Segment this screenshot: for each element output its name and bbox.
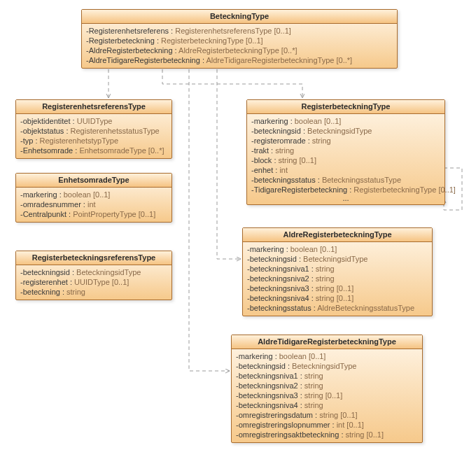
class-RegisterbeteckningType: RegisterbeteckningType -markering : bool… bbox=[246, 99, 445, 205]
class-attr: -beteckningsniva2 : string bbox=[236, 381, 418, 391]
class-attr: -registerenhet : UUIDType [0..1] bbox=[20, 277, 167, 287]
class-RegisterbeteckningsreferensType: RegisterbeteckningsreferensType -beteckn… bbox=[15, 251, 172, 300]
class-body: -Registerenhetsreferens : Registerenhets… bbox=[82, 24, 397, 68]
class-attr: -omregistreringslopnummer : int [0..1] bbox=[236, 420, 418, 430]
class-title: RegisterbeteckningType bbox=[247, 100, 444, 114]
class-attr: -markering : boolean [0..1] bbox=[251, 116, 440, 126]
class-attr: -block : string [0..1] bbox=[251, 155, 440, 165]
class-attr: -enhet : int bbox=[251, 165, 440, 175]
class-attr: -typ : RegisterenhetstypType bbox=[20, 136, 167, 146]
class-attr: -Registerenhetsreferens : Registerenhets… bbox=[86, 26, 393, 36]
class-title: RegisterbeteckningsreferensType bbox=[16, 251, 172, 265]
class-attr: -beteckningsniva3 : string [0..1] bbox=[236, 391, 418, 400]
class-attr: -Registerbeteckning : Registerbeteckning… bbox=[86, 36, 393, 45]
class-attr: -beteckningsid : BeteckningsidType bbox=[236, 361, 418, 371]
class-attr: -Enhetsomrade : EnhetsomradeType [0..*] bbox=[20, 146, 167, 155]
class-attr: -beteckningsniva3 : string [0..1] bbox=[247, 283, 428, 293]
class-attr: -objektidentitet : UUIDType bbox=[20, 116, 167, 126]
class-title: RegisterenhetsreferensType bbox=[16, 100, 172, 114]
class-attr: -AldreTidigareRegisterbeteckning : Aldre… bbox=[86, 55, 393, 65]
class-body: -objektidentitet : UUIDType -objektstatu… bbox=[16, 114, 172, 158]
class-attr: -TidigareRegisterbeteckning : Registerbe… bbox=[251, 185, 440, 195]
class-body: -beteckningsid : BeteckningsidType -regi… bbox=[16, 265, 172, 300]
class-attr: -omregistreringsaktbeteckning : string [… bbox=[236, 430, 418, 440]
class-attr: -markering : boolean [0..1] bbox=[20, 190, 167, 199]
class-AldreTidigareRegisterbeteckningType: AldreTidigareRegisterbeteckningType -mar… bbox=[231, 335, 423, 443]
class-AldreRegisterbeteckningType: AldreRegisterbeteckningType -markering :… bbox=[242, 227, 433, 316]
class-attr: -markering : boolean [0..1] bbox=[236, 351, 418, 361]
class-attr: -beteckningsniva4 : string bbox=[236, 400, 418, 410]
class-body: -markering : boolean [0..1] -betecknings… bbox=[232, 349, 422, 442]
class-attr: -beteckningsid : BeteckningsidType bbox=[20, 267, 167, 277]
class-attr: -beteckningsstatus : BeteckningsstatusTy… bbox=[251, 175, 440, 185]
class-RegisterenhetsreferensType: RegisterenhetsreferensType -objektidenti… bbox=[15, 99, 172, 159]
class-attr: -beteckningsstatus : AldreBeteckningssta… bbox=[247, 303, 428, 313]
class-attr: -objektstatus : RegisterenhetsstatusType bbox=[20, 126, 167, 136]
class-attr: -beteckningsid : BeteckningsidType bbox=[251, 126, 440, 136]
class-attr: -omregistreringsdatum : string [0..1] bbox=[236, 410, 418, 420]
class-attr: -beteckningsniva4 : string [0..1] bbox=[247, 293, 428, 303]
class-title: BeteckningType bbox=[82, 10, 397, 24]
class-attr: -beteckningsniva2 : string bbox=[247, 274, 428, 283]
class-EnhetsomradeType: EnhetsomradeType -markering : boolean [0… bbox=[15, 173, 172, 223]
class-title: AldreTidigareRegisterbeteckningType bbox=[232, 335, 422, 349]
class-body: -markering : boolean [0..1] -betecknings… bbox=[243, 242, 432, 316]
class-attr: -beteckningsniva1 : string bbox=[236, 371, 418, 381]
class-attr: -AldreRegisterbeteckning : AldreRegister… bbox=[86, 45, 393, 55]
class-attr: -Centralpunkt : PointPropertyType [0..1] bbox=[20, 209, 167, 219]
class-attr: -markering : boolean [0..1] bbox=[247, 244, 428, 254]
class-title: AldreRegisterbeteckningType bbox=[243, 228, 432, 242]
class-attr: -registeromrade : string bbox=[251, 136, 440, 146]
class-attr: -beteckningsid : BeteckningsidType bbox=[247, 254, 428, 264]
class-BeteckningType: BeteckningType -Registerenhetsreferens :… bbox=[81, 9, 398, 69]
class-attr: -beteckning : string bbox=[20, 287, 167, 297]
class-body: -markering : boolean [0..1] -omradesnumm… bbox=[16, 188, 172, 222]
class-attr: -trakt : string bbox=[251, 146, 440, 155]
class-body: -markering : boolean [0..1] -betecknings… bbox=[247, 114, 444, 204]
class-attr: -beteckningsniva1 : string bbox=[247, 264, 428, 274]
class-attrs-ellipsis: ... bbox=[251, 195, 440, 202]
class-attr: -omradesnummer : int bbox=[20, 199, 167, 209]
class-title: EnhetsomradeType bbox=[16, 174, 172, 188]
